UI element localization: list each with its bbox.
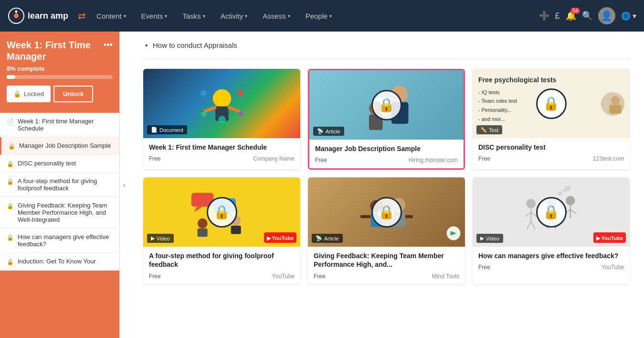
svg-line-53: [564, 209, 570, 214]
globe-icon[interactable]: 🌐 ▾: [621, 11, 636, 21]
chevron-down-icon: ▾: [245, 13, 247, 19]
lock-icon: 🔒: [7, 234, 14, 241]
nav-assess[interactable]: Assess ▾: [256, 8, 296, 24]
more-options-icon[interactable]: •••: [104, 39, 113, 50]
svg-rect-24: [191, 193, 213, 207]
article-type-icon: 📡: [316, 235, 322, 241]
nav-people[interactable]: People ▾: [299, 8, 339, 24]
card-info: DISC personality test Free 123test.com: [473, 138, 630, 167]
card-type-badge: ✏️ Test: [476, 125, 502, 134]
article-type-icon: 📡: [317, 128, 324, 134]
svg-rect-14: [391, 102, 408, 124]
lock-icon: 🔒: [7, 259, 14, 265]
card-meta: Free Mind Tools: [314, 273, 459, 280]
video-type-icon: ▶: [151, 235, 155, 241]
card-info: How can managers give effective feedback…: [473, 247, 630, 275]
card-title: Giving Feedback: Keeping Team Member Per…: [314, 251, 459, 269]
svg-point-55: [558, 191, 562, 196]
document-type-icon: 📄: [151, 127, 158, 133]
card-free-label: Free: [315, 157, 327, 164]
card-type-badge: 📡 Article: [313, 127, 344, 136]
card-free-label: Free: [149, 273, 161, 280]
sidebar-item-four-step[interactable]: 🔒 A four-step method for giving foolproo…: [0, 173, 119, 197]
card-manager-jd[interactable]: 🔒 📡 Article Manager Job Description Samp…: [308, 69, 465, 170]
logo[interactable]: learn amp: [8, 7, 68, 24]
card-free-label: Free: [314, 273, 326, 280]
nav-events[interactable]: Events ▾: [135, 8, 174, 24]
svg-line-50: [551, 219, 556, 228]
card-source: YouTube: [602, 264, 624, 271]
card-type-badge: ▶ Video: [147, 234, 174, 243]
card-disc-test[interactable]: Free psychological tests - IQ tests - Te…: [473, 69, 630, 170]
svg-rect-37: [378, 211, 394, 216]
card-source: 123test.com: [593, 155, 624, 162]
svg-rect-20: [369, 114, 382, 130]
unlock-button[interactable]: Unlock: [53, 86, 93, 102]
shuffle-icon[interactable]: ⇄: [78, 10, 86, 22]
card-four-step[interactable]: ▶ YouTube 🔒 ▶ Video A four-step method f…: [143, 177, 300, 284]
document-icon: 📄: [7, 119, 14, 125]
card-giving-feedback[interactable]: 🔒 📡 Article Giving Feedback: Keeping Tea…: [308, 177, 465, 284]
nav-items: Content ▾ Events ▾ Tasks ▾ Activity ▾ As…: [90, 8, 538, 24]
card-title: Week 1: First time Manager Schedule: [149, 143, 295, 152]
navigation: learn amp ⇄ Content ▾ Events ▾ Tasks ▾ A…: [0, 0, 644, 32]
card-info: Manager Job Description Sample Free Hiri…: [309, 140, 464, 168]
svg-marker-25: [194, 207, 202, 212]
lock-icon: 🔒: [13, 90, 21, 98]
bell-icon[interactable]: 🔔 54: [566, 11, 576, 21]
svg-point-11: [238, 111, 243, 117]
card-meta: Free Company Name: [149, 155, 295, 162]
chevron-down-icon: ▾: [329, 13, 332, 19]
lock-icon: 🔒: [7, 178, 14, 185]
plus-icon[interactable]: ➕: [539, 11, 549, 21]
sidebar-item-giving-feedback[interactable]: 🔒 Giving Feedback: Keeping Team Member P…: [0, 197, 119, 229]
search-icon[interactable]: 🔍: [582, 11, 592, 21]
sidebar: Week 1: First Time Manager ••• 8% comple…: [0, 32, 119, 338]
svg-line-44: [531, 221, 535, 229]
sidebar-item-disc-test[interactable]: 🔒 DISC personality test: [0, 155, 119, 173]
sidebar-item-managers-effective[interactable]: 🔒 How can managers give effective feedba…: [0, 229, 119, 253]
main-layout: Week 1: First Time Manager ••• 8% comple…: [0, 32, 644, 338]
card-grid-row2: ▶ YouTube 🔒 ▶ Video A four-step method f…: [143, 177, 630, 284]
card-free-label: Free: [149, 155, 161, 162]
card-meta: Free 123test.com: [478, 155, 624, 162]
card-thumbnail: Free psychological tests - IQ tests - Te…: [473, 69, 630, 138]
nav-activity[interactable]: Activity ▾: [214, 8, 254, 24]
svg-point-22: [611, 96, 620, 105]
svg-point-4: [212, 89, 231, 108]
nav-tasks[interactable]: Tasks ▾: [176, 8, 211, 24]
chevron-down-icon: ▾: [165, 13, 167, 19]
avatar[interactable]: 👤: [598, 7, 615, 24]
svg-point-8: [200, 90, 206, 96]
nav-content[interactable]: Content ▾: [90, 8, 133, 24]
card-managers-effective[interactable]: ▶ YouTube 🔒 ▶ Video How can managers giv…: [473, 177, 630, 284]
currency-icon[interactable]: £: [555, 11, 560, 21]
progress-label: 8% complete: [7, 65, 113, 72]
chevron-down-icon: ▾: [124, 13, 126, 19]
sidebar-collapse-handle[interactable]: ‹: [119, 32, 129, 338]
svg-rect-29: [197, 229, 207, 237]
card-free-label: Free: [478, 155, 490, 162]
svg-point-9: [237, 90, 243, 96]
sidebar-item-manager-jd[interactable]: 🔒 Manager Job Description Sample: [0, 137, 119, 155]
chevron-down-icon: ▾: [203, 13, 205, 19]
card-title: How can managers give effective feedback…: [478, 251, 624, 260]
svg-marker-27: [224, 212, 233, 218]
svg-point-39: [526, 199, 536, 208]
card-source: Mind Tools: [432, 273, 459, 280]
card-type-badge: 📄 Document: [147, 125, 187, 134]
sidebar-title: Week 1: First Time Manager: [7, 39, 104, 62]
lock-icon: 🔒: [7, 161, 14, 167]
card-info: A four-step method for giving foolproof …: [143, 247, 300, 284]
card-thumbnail: 📄 Document: [143, 69, 300, 138]
bullet-appraisals: How to conduct Appraisals: [143, 41, 630, 49]
svg-point-1: [14, 13, 19, 18]
svg-point-35: [391, 198, 405, 212]
card-week1-schedule[interactable]: 📄 Document Week 1: First time Manager Sc…: [143, 69, 300, 170]
sidebar-item-induction[interactable]: 🔒 Induction: Get To Know Your: [0, 253, 119, 271]
locked-button[interactable]: 🔒 Locked: [7, 86, 51, 102]
main-content: How to conduct Appraisals: [129, 32, 644, 338]
test-type-icon: ✏️: [480, 127, 487, 133]
sidebar-item-week1-schedule[interactable]: 📄 Week 1: First time Manager Schedule: [0, 113, 119, 137]
svg-point-13: [390, 86, 407, 103]
